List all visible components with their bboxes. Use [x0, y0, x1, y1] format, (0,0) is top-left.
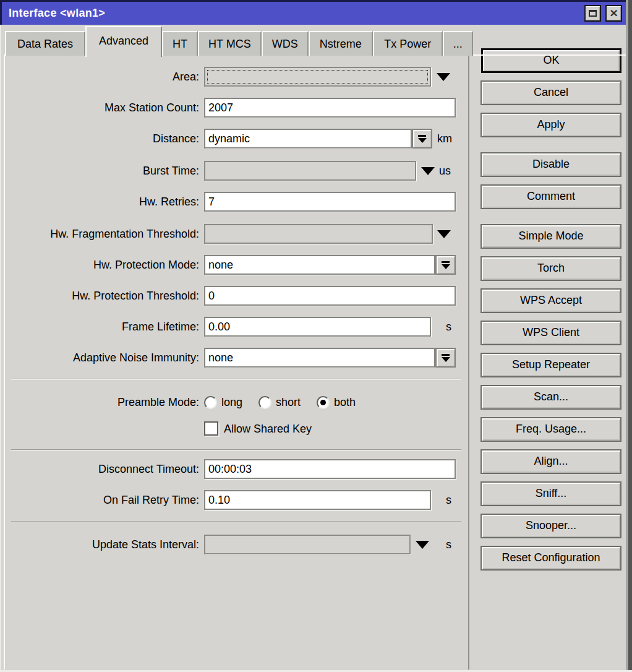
tab-tx-power[interactable]: Tx Power — [373, 31, 443, 56]
frame-lifetime-unit: s — [446, 317, 451, 337]
window-left-edge — [0, 0, 1, 672]
radio-option-both[interactable]: both — [317, 396, 356, 409]
close-button[interactable]: ✕ — [605, 5, 622, 22]
burst-time-combo — [204, 161, 416, 181]
radio-icon — [204, 396, 217, 409]
separator — [11, 379, 461, 380]
hw-fragmentation-threshold-combo — [204, 224, 433, 244]
area-combo[interactable] — [204, 67, 431, 87]
distance-input[interactable] — [204, 129, 412, 149]
update-stats-dropdown-icon — [416, 541, 429, 549]
adaptive-noise-immunity-drop-button[interactable] — [435, 348, 456, 368]
on-fail-retry-time-label: On Fail Retry Time: — [5, 490, 199, 510]
distance-label: Distance: — [5, 129, 199, 149]
maximize-icon — [589, 10, 597, 17]
max-station-count-input[interactable] — [204, 98, 456, 118]
bar-arrow-icon — [418, 135, 426, 137]
tab-ht[interactable]: HT — [162, 31, 198, 56]
tab-advanced[interactable]: Advanced — [85, 26, 162, 57]
hw-retries-input[interactable] — [204, 192, 456, 212]
radio-label: both — [334, 396, 356, 409]
bar-arrow-icon — [442, 354, 450, 356]
disconnect-timeout-input[interactable] — [204, 459, 456, 479]
hw-fragmentation-threshold-label: Hw. Fragmentation Threshold: — [5, 224, 199, 244]
radio-label: short — [276, 396, 301, 409]
interface-dialog: Interface <wlan1> ✕ Data Rates Advanced … — [0, 0, 632, 672]
scan-button[interactable]: Scan... — [480, 385, 621, 410]
close-icon: ✕ — [609, 8, 618, 18]
tab-bar: Data Rates Advanced HT HT MCS WDS Nstrem… — [5, 26, 473, 56]
cancel-button[interactable]: Cancel — [480, 80, 621, 105]
wps-accept-button[interactable]: WPS Accept — [480, 288, 621, 313]
sniff-button[interactable]: Sniff... — [480, 481, 621, 506]
radio-option-short[interactable]: short — [258, 396, 301, 409]
form-buttons-divider — [468, 56, 469, 670]
wps-client-button[interactable]: WPS Client — [480, 321, 621, 345]
on-fail-retry-time-unit: s — [446, 490, 451, 510]
freq-usage-button[interactable]: Freq. Usage... — [480, 417, 621, 442]
title-bar: Interface <wlan1> ✕ — [0, 0, 628, 25]
adaptive-noise-immunity-label: Adaptive Noise Immunity: — [5, 348, 199, 368]
max-station-count-label: Max Station Count: — [5, 98, 199, 118]
window-controls: ✕ — [584, 5, 622, 22]
snooper-button[interactable]: Snooper... — [480, 514, 621, 538]
hw-protection-threshold-input[interactable] — [204, 286, 456, 306]
torch-button[interactable]: Torch — [480, 256, 621, 281]
hw-protection-threshold-label: Hw. Protection Threshold: — [5, 286, 199, 306]
tab-data-rates[interactable]: Data Rates — [5, 31, 85, 56]
radio-icon — [258, 396, 271, 409]
frame-lifetime-input[interactable] — [204, 317, 431, 337]
tab-nstreme[interactable]: Nstreme — [309, 31, 373, 56]
tab-wds[interactable]: WDS — [262, 31, 309, 56]
separator — [11, 521, 461, 522]
hw-protection-mode-drop-button[interactable] — [435, 255, 456, 275]
comment-button[interactable]: Comment — [480, 184, 621, 209]
setup-repeater-button[interactable]: Setup Repeater — [480, 353, 621, 377]
preamble-mode-label: Preamble Mode: — [5, 394, 199, 411]
radio-option-long[interactable]: long — [204, 396, 242, 409]
tab-ht-mcs[interactable]: HT MCS — [198, 31, 262, 56]
adaptive-noise-immunity-input[interactable] — [204, 348, 435, 368]
update-stats-interval-combo — [204, 535, 411, 554]
window-right-edge-dark — [628, 0, 632, 672]
distance-drop-button[interactable] — [412, 129, 432, 149]
burst-time-dropdown-icon — [421, 167, 435, 175]
simple-mode-button[interactable]: Simple Mode — [480, 224, 621, 249]
frame-lifetime-label: Frame Lifetime: — [5, 317, 199, 337]
area-dropdown-icon[interactable] — [437, 73, 450, 81]
hw-protection-mode-label: Hw. Protection Mode: — [5, 255, 199, 275]
update-stats-interval-unit: s — [446, 535, 451, 554]
window-title: Interface <wlan1> — [2, 7, 105, 20]
on-fail-retry-time-input[interactable] — [204, 490, 431, 510]
update-stats-interval-label: Update Stats Interval: — [5, 535, 199, 554]
apply-button[interactable]: Apply — [480, 113, 621, 137]
burst-time-label: Burst Time: — [5, 161, 199, 181]
tab-more[interactable]: ... — [443, 31, 473, 56]
allow-shared-key-checkbox[interactable] — [204, 421, 218, 436]
bar-arrow-icon — [442, 261, 450, 263]
align-button[interactable]: Align... — [480, 449, 621, 474]
ok-button[interactable]: OK — [481, 48, 621, 73]
hw-retries-label: Hw. Retries: — [5, 192, 199, 212]
maximize-button[interactable] — [584, 5, 601, 22]
reset-configuration-button[interactable]: Reset Configuration — [480, 546, 621, 571]
radio-checked-icon — [317, 396, 330, 409]
burst-time-unit: us — [439, 161, 451, 181]
hw-fragmentation-dropdown-icon — [437, 230, 451, 238]
disable-button[interactable]: Disable — [480, 152, 621, 177]
disconnect-timeout-label: Disconnect Timeout: — [5, 459, 199, 479]
area-label: Area: — [5, 67, 199, 87]
hw-protection-mode-input[interactable] — [204, 255, 435, 275]
distance-unit: km — [437, 129, 452, 149]
preamble-mode-radio-group: long short both — [204, 394, 356, 411]
separator — [11, 449, 461, 450]
radio-label: long — [221, 396, 242, 409]
allow-shared-key-label: Allow Shared Key — [224, 421, 312, 436]
